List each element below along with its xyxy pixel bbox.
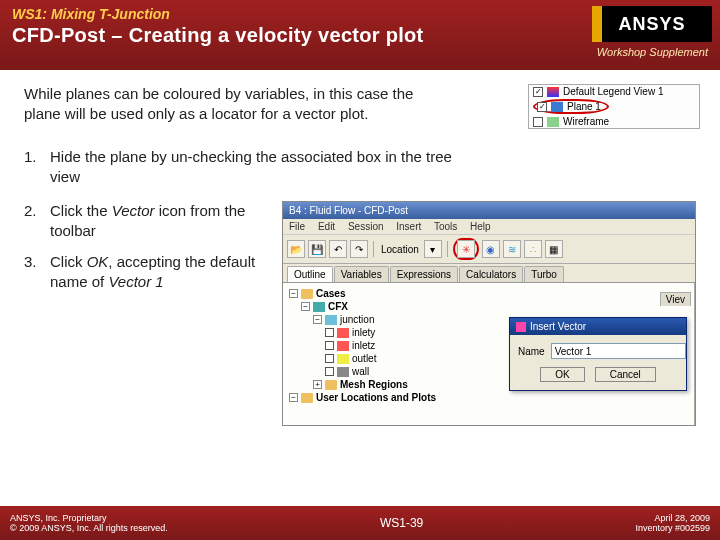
tab-expressions[interactable]: Expressions xyxy=(390,266,458,282)
tree-label: Default Legend View 1 xyxy=(563,86,663,97)
tree-row-legend: ✓ Default Legend View 1 xyxy=(529,85,699,98)
dialog-body: Name OK Cancel xyxy=(510,335,686,390)
wireframe-icon xyxy=(547,117,559,127)
tree-row-wireframe: Wireframe xyxy=(529,115,699,128)
view-tab[interactable]: Viev xyxy=(660,292,691,306)
legend-icon xyxy=(547,87,559,97)
tree-label: Plane 1 xyxy=(567,101,601,112)
checkbox-icon[interactable] xyxy=(325,341,334,350)
vector-icon xyxy=(516,322,526,332)
step-2: 2. Click the Vector icon from the toolba… xyxy=(24,201,274,242)
copyright-text: © 2009 ANSYS, Inc. All rights reserved. xyxy=(10,523,168,533)
domain-icon xyxy=(325,315,337,325)
highlight-circle: ✳ xyxy=(453,238,479,260)
tree-node-cfx[interactable]: −CFX xyxy=(289,300,688,313)
save-icon[interactable]: 💾 xyxy=(308,240,326,258)
location-dropdown-icon[interactable]: ▾ xyxy=(424,240,442,258)
slide-header: WS1: Mixing T-Junction CFD-Post – Creati… xyxy=(0,0,720,70)
folder-icon xyxy=(325,380,337,390)
menu-session[interactable]: Session xyxy=(348,221,384,232)
emphasis: Vector xyxy=(112,202,155,219)
tool-icon[interactable]: ▦ xyxy=(545,240,563,258)
location-label: Location xyxy=(379,244,421,255)
vector-icon[interactable]: ✳ xyxy=(457,240,475,258)
menu-tools[interactable]: Tools xyxy=(434,221,457,232)
text: Click the xyxy=(50,202,112,219)
footer-left: ANSYS, Inc. Proprietary © 2009 ANSYS, In… xyxy=(10,513,168,533)
tree-node-cases[interactable]: −Cases xyxy=(289,287,688,300)
tree-node-userloc[interactable]: −User Locations and Plots xyxy=(289,391,688,404)
step-text: Click the Vector icon from the toolbar xyxy=(50,201,270,242)
tab-turbo[interactable]: Turbo xyxy=(524,266,564,282)
dialog-title: Insert Vector xyxy=(530,321,586,332)
cfx-icon xyxy=(313,302,325,312)
node-label: Mesh Regions xyxy=(340,379,408,390)
highlight-circle: ✓ Plane 1 xyxy=(533,99,609,114)
proprietary-text: ANSYS, Inc. Proprietary xyxy=(10,513,168,523)
streamline-icon[interactable]: ≋ xyxy=(503,240,521,258)
checkbox-icon[interactable] xyxy=(325,367,334,376)
ok-button[interactable]: OK xyxy=(540,367,584,382)
slide-number: WS1-39 xyxy=(380,516,423,530)
cancel-button[interactable]: Cancel xyxy=(595,367,656,382)
supplement-label: Workshop Supplement xyxy=(597,46,708,58)
step-number: 1. xyxy=(24,147,50,188)
checkbox-icon[interactable] xyxy=(325,328,334,337)
tab-variables[interactable]: Variables xyxy=(334,266,389,282)
logo-text: ANSYS xyxy=(618,14,685,35)
collapse-icon[interactable]: − xyxy=(313,315,322,324)
inlet-icon xyxy=(337,341,349,351)
node-label: User Locations and Plots xyxy=(316,392,436,403)
steps-list: 1. Hide the plane by un-checking the ass… xyxy=(24,147,696,188)
separator xyxy=(447,241,448,257)
footer-right: April 28, 2009 Inventory #002599 xyxy=(635,513,710,533)
checkbox-icon[interactable]: ✓ xyxy=(533,87,543,97)
checkbox-icon[interactable]: ✓ xyxy=(537,102,547,112)
insert-vector-dialog: Insert Vector Name OK Cancel xyxy=(509,317,687,391)
slide-footer: ANSYS, Inc. Proprietary © 2009 ANSYS, In… xyxy=(0,506,720,540)
contour-icon[interactable]: ◉ xyxy=(482,240,500,258)
particle-icon[interactable]: ∴ xyxy=(524,240,542,258)
toolbar: 📂 💾 ↶ ↷ Location ▾ ✳ ◉ ≋ ∴ ▦ xyxy=(283,235,695,264)
open-icon[interactable]: 📂 xyxy=(287,240,305,258)
node-label: inletz xyxy=(352,340,375,351)
node-label: inlety xyxy=(352,327,375,338)
wall-icon xyxy=(337,367,349,377)
tab-outline[interactable]: Outline xyxy=(287,266,333,282)
slide-content: While planes can be coloured by variable… xyxy=(0,70,720,426)
step-number: 2. xyxy=(24,201,50,242)
inlet-icon xyxy=(337,328,349,338)
outlet-icon xyxy=(337,354,349,364)
node-label: junction xyxy=(340,314,374,325)
step-text: Hide the plane by un-checking the associ… xyxy=(50,147,480,188)
redo-icon[interactable]: ↷ xyxy=(350,240,368,258)
node-label: wall xyxy=(352,366,369,377)
logo-accent xyxy=(592,6,602,42)
step-1: 1. Hide the plane by un-checking the ass… xyxy=(24,147,696,188)
menu-edit[interactable]: Edit xyxy=(318,221,335,232)
dialog-titlebar: Insert Vector xyxy=(510,318,686,335)
tab-strip: Outline Variables Expressions Calculator… xyxy=(283,264,695,283)
separator xyxy=(373,241,374,257)
menu-insert[interactable]: Insert xyxy=(396,221,421,232)
undo-icon[interactable]: ↶ xyxy=(329,240,347,258)
menu-help[interactable]: Help xyxy=(470,221,491,232)
name-label: Name xyxy=(518,346,545,357)
window-title: B4 : Fluid Flow - CFD-Post xyxy=(283,202,695,219)
name-input[interactable] xyxy=(551,343,686,359)
text: Click xyxy=(50,253,87,270)
step-text: Click OK, accepting the default name of … xyxy=(50,252,270,293)
menu-file[interactable]: File xyxy=(289,221,305,232)
tab-calculators[interactable]: Calculators xyxy=(459,266,523,282)
collapse-icon[interactable]: − xyxy=(301,302,310,311)
date-text: April 28, 2009 xyxy=(635,513,710,523)
intro-text: While planes can be coloured by variable… xyxy=(24,84,454,125)
expand-icon[interactable]: + xyxy=(313,380,322,389)
plane-icon xyxy=(551,102,563,112)
collapse-icon[interactable]: − xyxy=(289,393,298,402)
emphasis: Vector 1 xyxy=(108,273,163,290)
checkbox-icon[interactable] xyxy=(325,354,334,363)
checkbox-icon[interactable] xyxy=(533,117,543,127)
collapse-icon[interactable]: − xyxy=(289,289,298,298)
node-label: CFX xyxy=(328,301,348,312)
